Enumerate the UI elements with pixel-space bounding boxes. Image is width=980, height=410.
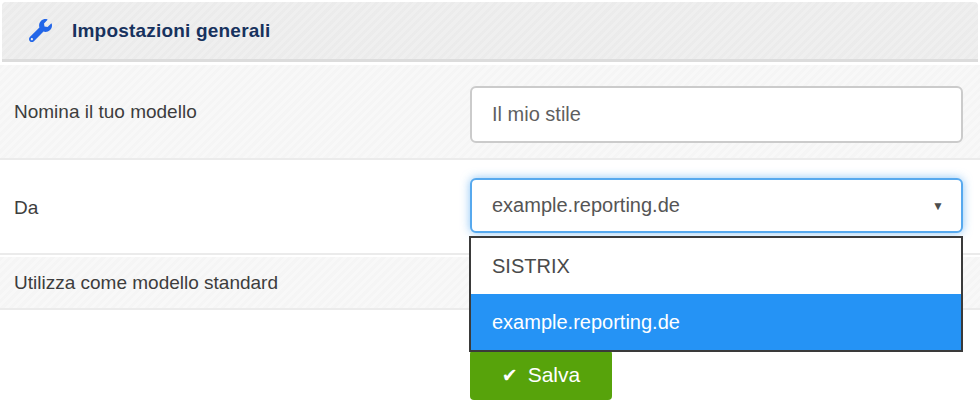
settings-header: Impostazioni generali xyxy=(2,2,978,62)
from-label: Da xyxy=(14,197,38,219)
wrench-icon xyxy=(29,19,52,42)
from-select-dropdown: SISTRIX example.reporting.de xyxy=(469,236,963,352)
standard-template-label: Utilizza come modello standard xyxy=(14,272,278,294)
dropdown-option-sistrix[interactable]: SISTRIX xyxy=(471,238,961,294)
dropdown-option-example-reporting[interactable]: example.reporting.de xyxy=(471,294,961,350)
check-icon: ✔ xyxy=(502,366,518,385)
model-name-input[interactable] xyxy=(470,86,963,143)
from-select-value: example.reporting.de xyxy=(492,194,680,217)
save-button[interactable]: ✔ Salva xyxy=(470,350,612,400)
name-model-label: Nomina il tuo modello xyxy=(14,101,197,123)
chevron-down-icon: ▼ xyxy=(932,199,944,213)
page-title: Impostazioni generali xyxy=(72,20,270,42)
from-select[interactable]: example.reporting.de ▼ xyxy=(470,178,963,233)
save-button-label: Salva xyxy=(528,363,581,387)
